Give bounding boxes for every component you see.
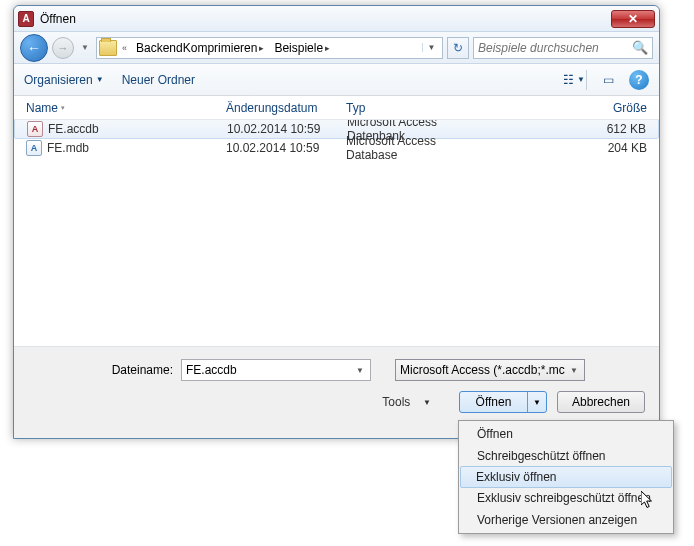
file-list[interactable]: AFE.accdb10.02.2014 10:59Microsoft Acces… [14,120,659,310]
column-header-size[interactable]: Größe [502,96,659,119]
filename-value: FE.accdb [186,363,237,377]
dropdown-item[interactable]: Vorherige Versionen anzeigen [461,509,671,531]
breadcrumb-segment-2[interactable]: Beispiele▸ [270,38,334,58]
filetype-combo[interactable]: Microsoft Access (*.accdb;*.mc ▼ [395,359,585,381]
dropdown-item[interactable]: Exklusiv schreibgeschützt öffnen [461,487,671,509]
tools-menu[interactable]: Tools ▼ [382,395,431,409]
column-headers: Name▾ Änderungsdatum Typ Größe [14,96,659,120]
titlebar: A Öffnen ✕ [14,6,659,32]
nav-history-dropdown[interactable]: ▼ [78,37,92,59]
column-header-type[interactable]: Typ [334,96,502,119]
chevron-down-icon: ▼ [423,398,431,407]
nav-forward-button[interactable]: → [52,37,74,59]
close-button[interactable]: ✕ [611,10,655,28]
view-icon: ☷ [563,73,574,87]
folder-icon [99,40,117,56]
chevron-down-icon[interactable]: ▼ [352,366,368,375]
file-name: FE.mdb [47,141,89,155]
refresh-button[interactable]: ↻ [447,37,469,59]
pane-icon: ▭ [603,73,614,87]
chevron-down-icon: ▼ [96,75,104,84]
search-input[interactable] [478,41,632,55]
search-icon[interactable]: 🔍 [632,40,648,55]
cancel-button[interactable]: Abbrechen [557,391,645,413]
column-header-name[interactable]: Name▾ [14,96,214,119]
help-icon: ? [635,73,642,87]
file-size: 612 KB [503,120,658,138]
file-modified: 10.02.2014 10:59 [215,120,335,138]
dropdown-item[interactable]: Schreibgeschützt öffnen [461,445,671,467]
organize-menu[interactable]: Organisieren▼ [24,73,104,87]
open-button-dropdown[interactable]: ▼ [528,398,546,407]
refresh-icon: ↻ [453,41,463,55]
nav-back-button[interactable]: ← [20,34,48,62]
file-row[interactable]: AFE.mdb10.02.2014 10:59Microsoft Access … [14,138,659,158]
view-menu[interactable]: ☷▼ [561,69,587,91]
dropdown-item[interactable]: Öffnen [461,423,671,445]
open-dialog: A Öffnen ✕ ← → ▼ « BackendKomprimieren▸ … [13,5,660,439]
file-icon: A [26,140,42,156]
arrow-left-icon: ← [27,40,41,56]
address-bar[interactable]: « BackendKomprimieren▸ Beispiele▸ ▼ [96,37,443,59]
file-type: Microsoft Access Database [334,138,502,158]
chevron-right-icon: ▸ [259,43,264,53]
column-header-modified[interactable]: Änderungsdatum [214,96,334,119]
file-icon: A [27,121,43,137]
chevron-down-icon: ▼ [577,75,585,84]
chevron-right-icon: ▸ [325,43,330,53]
open-button[interactable]: Öffnen ▼ [459,391,547,413]
preview-pane-button[interactable]: ▭ [595,69,621,91]
file-modified: 10.02.2014 10:59 [214,138,334,158]
address-dropdown[interactable]: ▼ [422,43,440,52]
file-row[interactable]: AFE.accdb10.02.2014 10:59Microsoft Acces… [14,120,659,139]
open-mode-dropdown[interactable]: ÖffnenSchreibgeschützt öffnenExklusiv öf… [458,420,674,534]
arrow-right-icon: → [58,42,69,54]
search-box[interactable]: 🔍 [473,37,653,59]
breadcrumb-prefix: « [119,43,130,53]
help-button[interactable]: ? [629,70,649,90]
nav-bar: ← → ▼ « BackendKomprimieren▸ Beispiele▸ … [14,32,659,64]
dropdown-item[interactable]: Exklusiv öffnen [460,466,672,488]
toolbar: Organisieren▼ Neuer Ordner ☷▼ ▭ ? [14,64,659,96]
open-button-main[interactable]: Öffnen [460,392,528,412]
chevron-down-icon: ▾ [61,104,65,112]
title-text: Öffnen [40,12,611,26]
chevron-down-icon[interactable]: ▼ [566,366,582,375]
filetype-value: Microsoft Access (*.accdb;*.mc [400,363,565,377]
file-name: FE.accdb [48,122,99,136]
file-size: 204 KB [502,138,659,158]
filename-combo[interactable]: FE.accdb ▼ [181,359,371,381]
new-folder-button[interactable]: Neuer Ordner [122,73,195,87]
filename-label: Dateiname: [28,363,173,377]
breadcrumb-segment-1[interactable]: BackendKomprimieren▸ [132,38,268,58]
app-icon: A [18,11,34,27]
close-icon: ✕ [628,12,638,26]
